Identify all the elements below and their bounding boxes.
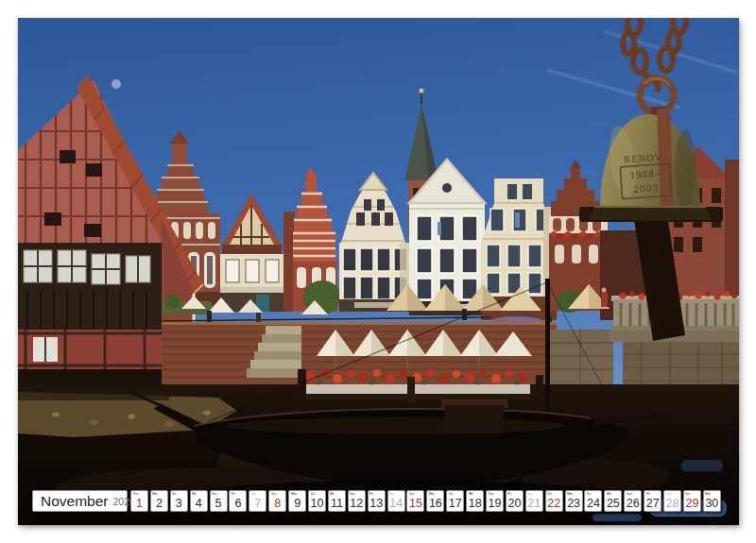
day-number: 26 bbox=[625, 498, 641, 510]
weekday-label: Fr. bbox=[232, 492, 236, 496]
day-number: 1 bbox=[131, 498, 147, 510]
weekday-label: So. bbox=[685, 492, 691, 496]
day-cell-19: Do.19 bbox=[486, 490, 504, 512]
day-cell-28: Sa.28 bbox=[663, 490, 681, 512]
weekday-label: Fr. bbox=[369, 492, 374, 496]
weekday-label: Mi. bbox=[607, 492, 611, 496]
day-cell-30: Mo.30 bbox=[703, 490, 721, 512]
day-cell-14: Sa.14 bbox=[387, 490, 405, 512]
weekday-label: Mo. bbox=[152, 492, 159, 496]
day-cell-21: Sa.21 bbox=[525, 490, 543, 512]
day-number: 22 bbox=[546, 498, 562, 510]
bell-inscription-line3: 2003 bbox=[632, 181, 660, 195]
day-cell-9: Mo.9 bbox=[288, 490, 306, 512]
weekday-label: Do. bbox=[627, 492, 632, 496]
day-number: 5 bbox=[211, 498, 227, 510]
day-cell-7: Sa.7 bbox=[249, 490, 266, 512]
day-cell-27: Fr.27 bbox=[644, 490, 662, 512]
day-cell-8: So.8 bbox=[268, 490, 286, 512]
day-cell-17: Di.17 bbox=[446, 490, 464, 512]
harbour-scene: RENOV. 1988– 2003 bbox=[18, 18, 739, 525]
day-cell-13: Fr.13 bbox=[368, 490, 386, 512]
day-cell-15: So.15 bbox=[406, 490, 424, 512]
weekday-label: Sa. bbox=[666, 492, 672, 496]
day-number: 27 bbox=[644, 498, 661, 510]
weekday-label: Mo. bbox=[567, 492, 574, 496]
day-number: 8 bbox=[269, 498, 285, 510]
day-number: 10 bbox=[309, 498, 325, 510]
day-number: 14 bbox=[388, 498, 404, 510]
weekday-label: Di. bbox=[172, 492, 177, 496]
day-cell-22: So.22 bbox=[545, 490, 563, 512]
weekday-label: Mo. bbox=[291, 492, 298, 496]
mooring-pile bbox=[407, 377, 415, 403]
weekday-label: So. bbox=[409, 492, 415, 496]
weekday-label: So. bbox=[133, 492, 139, 496]
day-cell-10: Di.10 bbox=[308, 490, 326, 512]
weekday-label: Sa. bbox=[389, 492, 395, 496]
weekday-label: Fr. bbox=[507, 492, 512, 496]
day-number: 16 bbox=[427, 498, 443, 510]
day-cell-25: Mi.25 bbox=[604, 490, 622, 512]
weekday-label: Mi. bbox=[469, 492, 473, 496]
day-number: 20 bbox=[507, 498, 523, 510]
weekday-label: Do. bbox=[489, 492, 494, 496]
weekday-label: Mo. bbox=[429, 492, 436, 496]
day-cell-3: Di.3 bbox=[170, 490, 188, 512]
day-cell-24: Di.24 bbox=[584, 490, 602, 512]
day-number: 15 bbox=[407, 498, 423, 510]
day-number: 2 bbox=[151, 498, 167, 510]
weekday-label: Di. bbox=[587, 492, 592, 496]
calendar-strip: November 2026 So.1Mo.2Di.3Mi.4Do.5Fr.6Sa… bbox=[18, 490, 739, 512]
weekday-label: Di. bbox=[311, 492, 316, 496]
day-cells: So.1Mo.2Di.3Mi.4Do.5Fr.6Sa.7So.8Mo.9Di.1… bbox=[130, 490, 721, 512]
day-number: 12 bbox=[349, 498, 365, 510]
day-cell-16: Mo.16 bbox=[426, 490, 444, 512]
day-cell-4: Mi.4 bbox=[190, 490, 208, 512]
weekday-label: So. bbox=[547, 492, 553, 496]
weekday-label: Sa. bbox=[527, 492, 533, 496]
day-number: 4 bbox=[191, 498, 207, 510]
month-box: November 2026 bbox=[32, 490, 128, 512]
day-cell-12: Do.12 bbox=[348, 490, 366, 512]
weekday-label: Do. bbox=[350, 492, 355, 496]
weekday-label: Di. bbox=[449, 492, 454, 496]
mooring-pile bbox=[298, 369, 306, 401]
day-number: 7 bbox=[249, 498, 266, 510]
day-number: 28 bbox=[664, 498, 680, 510]
day-number: 23 bbox=[566, 498, 582, 510]
day-number: 6 bbox=[230, 498, 246, 510]
day-number: 11 bbox=[329, 498, 345, 510]
weekday-label: Sa. bbox=[251, 492, 257, 496]
weekday-label: Mi. bbox=[330, 492, 335, 496]
day-number: 9 bbox=[289, 498, 305, 510]
weekday-label: Fr. bbox=[646, 492, 651, 496]
day-number: 24 bbox=[585, 498, 601, 510]
day-number: 21 bbox=[526, 498, 542, 510]
day-number: 25 bbox=[605, 498, 621, 510]
day-cell-1: So.1 bbox=[130, 490, 148, 512]
day-cell-26: Do.26 bbox=[624, 490, 642, 512]
day-cell-23: Mo.23 bbox=[565, 490, 583, 512]
day-cell-5: Do.5 bbox=[210, 490, 228, 512]
day-number: 18 bbox=[467, 498, 483, 510]
wooden-warehouse bbox=[18, 243, 162, 396]
day-number: 29 bbox=[684, 498, 700, 510]
day-cell-6: Fr.6 bbox=[229, 490, 247, 512]
day-cell-20: Fr.20 bbox=[506, 490, 524, 512]
weekday-label: Do. bbox=[212, 492, 217, 496]
photo: RENOV. 1988– 2003 November 2026 So.1Mo.2… bbox=[18, 18, 739, 525]
day-number: 19 bbox=[487, 498, 503, 510]
weekday-label: Mo. bbox=[705, 492, 712, 496]
day-cell-11: Mi.11 bbox=[328, 490, 346, 512]
calendar-page: RENOV. 1988– 2003 November 2026 So.1Mo.2… bbox=[0, 0, 756, 543]
weekday-label: So. bbox=[271, 492, 277, 496]
day-number: 13 bbox=[369, 498, 385, 510]
bell-inscription-line2: 1988– bbox=[629, 167, 661, 180]
day-cell-29: So.29 bbox=[683, 490, 701, 512]
day-number: 3 bbox=[171, 498, 187, 510]
moon bbox=[112, 79, 121, 89]
day-cell-2: Mo.2 bbox=[150, 490, 168, 512]
month-name: November bbox=[41, 494, 109, 509]
day-number: 30 bbox=[704, 498, 720, 510]
